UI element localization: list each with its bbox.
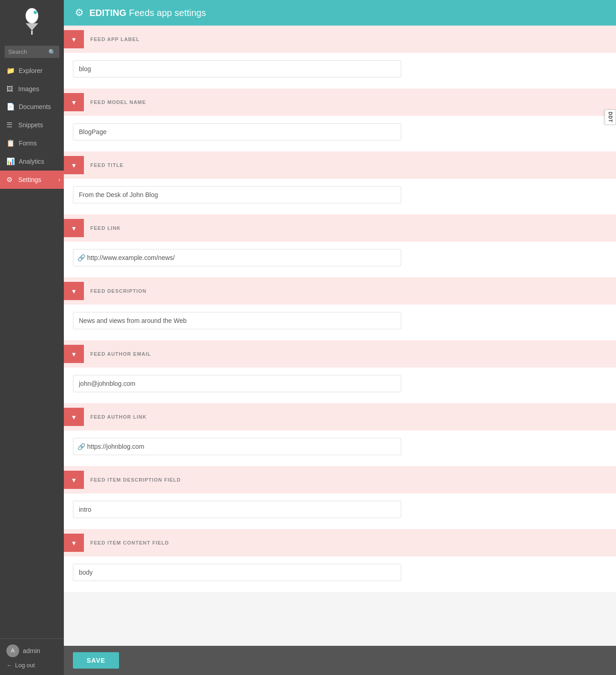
ddt-badge: DDT (605, 109, 616, 125)
sidebar-item-label: Analytics (19, 158, 44, 165)
snippets-icon: ☰ (6, 121, 15, 129)
field-header-feed_author_link: ▾FEED AUTHOR LINK (64, 403, 616, 431)
field-header-feed_description: ▾FEED DESCRIPTION (64, 277, 616, 305)
analytics-icon: 📊 (6, 157, 15, 166)
collapse-button-feed_link[interactable]: ▾ (64, 219, 84, 237)
field-section-feed_description: ▾FEED DESCRIPTION (64, 277, 616, 340)
field-section-feed_title: ▾FEED TITLE (64, 151, 616, 214)
main-content: ⚙ EDITING Feeds app settings ▾FEED APP L… (64, 0, 616, 675)
field-body-feed_author_link: 🔗 (64, 431, 616, 466)
field-header-feed_title: ▾FEED TITLE (64, 151, 616, 179)
logout-label: Log out (15, 662, 35, 669)
logout-icon: ← (6, 662, 12, 669)
field-section-feed_link: ▾FEED LINK🔗 (64, 214, 616, 277)
field-section-feed_author_link: ▾FEED AUTHOR LINK🔗 (64, 403, 616, 466)
field-body-feed_author_email (64, 368, 616, 403)
field-header-feed_link: ▾FEED LINK (64, 214, 616, 242)
sidebar-item-explorer[interactable]: 📁 Explorer (0, 62, 64, 80)
sidebar-item-label: Forms (19, 140, 37, 147)
folder-icon: 📁 (6, 67, 15, 75)
sidebar-item-images[interactable]: 🖼 Images (0, 80, 64, 98)
field-section-feed_model_name: ▾FEED MODEL NAME (64, 88, 616, 151)
sidebar: Search 🔍 📁 Explorer 🖼 Images 📄 Documents… (0, 0, 64, 675)
search-icon: 🔍 (48, 48, 56, 55)
field-input-feed_description[interactable] (73, 312, 401, 329)
field-label-feed_link: FEED LINK (90, 225, 121, 231)
field-body-feed_description (64, 305, 616, 340)
collapse-button-feed_title[interactable]: ▾ (64, 156, 84, 174)
sidebar-item-label: Settings (18, 176, 41, 183)
svg-point-1 (34, 10, 37, 14)
field-label-feed_author_email: FEED AUTHOR EMAIL (90, 351, 151, 357)
collapse-button-feed_author_link[interactable]: ▾ (64, 408, 84, 426)
field-header-feed_model_name: ▾FEED MODEL NAME (64, 88, 616, 116)
document-icon: 📄 (6, 103, 15, 111)
avatar: A (6, 644, 19, 657)
field-body-feed_item_content_field (64, 556, 616, 592)
save-bar: SAVE (64, 646, 616, 675)
username: admin (23, 647, 40, 654)
field-section-feed_item_content_field: ▾FEED ITEM CONTENT FIELD (64, 529, 616, 592)
collapse-button-feed_item_description_field[interactable]: ▾ (64, 471, 84, 489)
field-header-feed_item_description_field: ▾FEED ITEM DESCRIPTION FIELD (64, 466, 616, 493)
page-title: EDITING Feeds app settings (89, 8, 206, 18)
field-header-feed_author_email: ▾FEED AUTHOR EMAIL (64, 340, 616, 368)
sidebar-item-label: Images (18, 85, 39, 93)
save-button[interactable]: SAVE (73, 652, 119, 669)
collapse-button-feed_description[interactable]: ▾ (64, 282, 84, 300)
user-info: A admin (6, 644, 57, 657)
field-body-feed_app_label (64, 53, 616, 88)
link-icon: 🔗 (78, 254, 85, 261)
sidebar-item-forms[interactable]: 📋 Forms (0, 134, 64, 152)
logout-button[interactable]: ← Log out (6, 661, 57, 670)
collapse-button-feed_model_name[interactable]: ▾ (64, 93, 84, 111)
sidebar-item-snippets[interactable]: ☰ Snippets (0, 116, 64, 134)
field-header-feed_app_label: ▾FEED APP LABEL (64, 26, 616, 53)
sidebar-item-documents[interactable]: 📄 Documents (0, 98, 64, 116)
field-body-feed_link: 🔗 (64, 242, 616, 277)
field-input-wrapper-feed_author_link: 🔗 (73, 438, 401, 455)
forms-icon: 📋 (6, 139, 15, 147)
svg-marker-2 (26, 23, 38, 31)
field-label-feed_item_content_field: FEED ITEM CONTENT FIELD (90, 540, 169, 545)
image-icon: 🖼 (6, 85, 15, 93)
field-input-feed_link[interactable] (73, 249, 401, 266)
field-input-feed_model_name[interactable] (73, 123, 401, 140)
sidebar-logo (0, 0, 64, 42)
field-input-feed_app_label[interactable] (73, 60, 401, 78)
field-section-feed_author_email: ▾FEED AUTHOR EMAIL (64, 340, 616, 403)
field-label-feed_title: FEED TITLE (90, 162, 124, 168)
field-label-feed_app_label: FEED APP LABEL (90, 36, 140, 42)
field-label-feed_author_link: FEED AUTHOR LINK (90, 414, 147, 420)
field-section-feed_app_label: ▾FEED APP LABEL (64, 26, 616, 88)
field-label-feed_description: FEED DESCRIPTION (90, 288, 147, 294)
field-body-feed_title (64, 179, 616, 214)
sidebar-item-settings[interactable]: ⚙ Settings › (0, 171, 64, 189)
sidebar-item-analytics[interactable]: 📊 Analytics (0, 152, 64, 171)
field-input-feed_item_description_field[interactable] (73, 501, 401, 518)
search-container: Search 🔍 (0, 42, 64, 62)
sidebar-nav: 📁 Explorer 🖼 Images 📄 Documents ☰ Snippe… (0, 62, 64, 639)
field-input-feed_title[interactable] (73, 186, 401, 203)
field-input-feed_author_email[interactable] (73, 375, 401, 392)
chevron-right-icon: › (58, 177, 60, 183)
svg-point-0 (26, 8, 38, 23)
field-input-feed_item_content_field[interactable] (73, 564, 401, 581)
sidebar-item-label: Documents (19, 103, 51, 110)
field-input-feed_author_link[interactable] (73, 438, 401, 455)
link-icon: 🔗 (78, 443, 85, 450)
collapse-button-feed_author_email[interactable]: ▾ (64, 345, 84, 363)
field-body-feed_model_name (64, 116, 616, 151)
field-body-feed_item_description_field (64, 493, 616, 529)
field-header-feed_item_content_field: ▾FEED ITEM CONTENT FIELD (64, 529, 616, 556)
top-bar: ⚙ EDITING Feeds app settings (64, 0, 616, 26)
field-label-feed_item_description_field: FEED ITEM DESCRIPTION FIELD (90, 477, 181, 483)
sidebar-item-label: Snippets (18, 121, 43, 129)
settings-icon: ⚙ (6, 176, 15, 184)
field-label-feed_model_name: FEED MODEL NAME (90, 99, 146, 105)
wagtail-logo-icon (21, 7, 43, 35)
collapse-button-feed_item_content_field[interactable]: ▾ (64, 534, 84, 552)
collapse-button-feed_app_label[interactable]: ▾ (64, 30, 84, 48)
form-content: ▾FEED APP LABEL▾FEED MODEL NAME▾FEED TIT… (64, 26, 616, 646)
sidebar-footer: A admin ← Log out (0, 639, 64, 675)
